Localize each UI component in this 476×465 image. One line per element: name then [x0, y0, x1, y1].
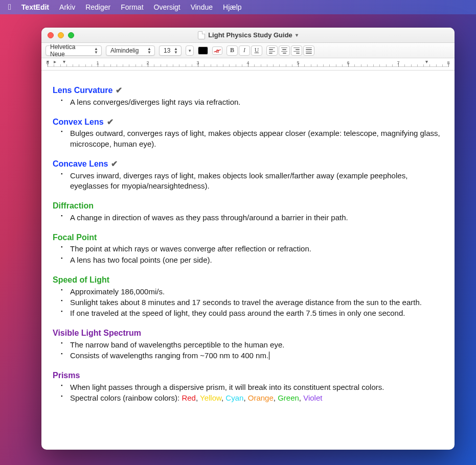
list-item[interactable]: If one traveled at the speed of light, t… — [70, 308, 443, 318]
bold-button[interactable]: B — [226, 45, 238, 56]
list-item[interactable]: The point at which rays or waves converg… — [70, 244, 443, 254]
list-item[interactable]: A lens has two focal points (one per sid… — [70, 255, 443, 265]
list-item[interactable]: Consists of wavelengths ranging from ~70… — [70, 351, 443, 361]
font-size-value: 13 — [164, 47, 170, 54]
chevron-down-icon[interactable]: ▾ — [296, 32, 298, 38]
list-item[interactable]: Spectral colors (rainbow colors): Red, Y… — [70, 393, 443, 403]
bullet-list: A change in direction of waves as they p… — [53, 213, 443, 223]
align-left-button[interactable] — [266, 45, 278, 56]
section-heading[interactable]: Speed of Light — [53, 274, 443, 286]
list-item[interactable]: A change in direction of waves as they p… — [70, 213, 443, 223]
align-right-button[interactable] — [291, 45, 302, 56]
checkmark-icon: ✔ — [107, 117, 114, 128]
font-family-value: Helvetica Neue — [50, 43, 91, 58]
document-body[interactable]: Lens Curvature✔A lens converges/diverges… — [41, 71, 455, 450]
list-item[interactable]: Sunlight takes about 8 minutes and 17 se… — [70, 297, 443, 308]
window-title-text: Light Physics Study Guide — [208, 31, 292, 39]
section: Convex Lens✔Bulges outward, converges ra… — [53, 117, 443, 149]
section-heading-text: Diffraction — [53, 200, 94, 212]
menu-format[interactable]: Format — [121, 3, 143, 11]
italic-button[interactable]: I — [239, 45, 250, 56]
section-heading[interactable]: Lens Curvature✔ — [53, 85, 443, 96]
updown-arrows-icon: ▲▼ — [94, 47, 98, 54]
section: Visible Light SpectrumThe narrow band of… — [53, 328, 443, 361]
tab-stop-marker[interactable]: ▾ — [63, 59, 65, 64]
spectral-color: Violet — [303, 393, 322, 402]
font-family-select[interactable]: Helvetica Neue ▲▼ — [46, 45, 102, 56]
section-heading-text: Concave Lens — [53, 158, 108, 170]
section-heading-text: Prisms — [53, 370, 80, 381]
menu-vindue[interactable]: Vindue — [191, 3, 213, 11]
menu-rediger[interactable]: Rediger — [85, 3, 110, 11]
ruler-label: 3 — [196, 60, 199, 65]
textedit-window: Light Physics Study Guide ▾ Helvetica Ne… — [41, 28, 455, 450]
bullet-list: Approximately 186,000mi/s.Sunlight takes… — [53, 287, 443, 319]
bullet-list: Curves inward, diverges rays of light, m… — [53, 171, 443, 192]
updown-arrows-icon: ▲▼ — [147, 47, 151, 54]
align-center-button[interactable] — [279, 45, 290, 56]
section-heading[interactable]: Diffraction — [53, 200, 443, 212]
app-name-menu[interactable]: TextEdit — [21, 3, 49, 11]
section-heading[interactable]: Visible Light Spectrum — [53, 328, 443, 339]
spectral-color: Orange — [248, 393, 274, 402]
section: Concave Lens✔Curves inward, diverges ray… — [53, 158, 443, 191]
ruler-label: 1 — [96, 60, 99, 65]
checkmark-icon: ✔ — [116, 85, 122, 96]
section-heading[interactable]: Focal Point — [53, 232, 443, 243]
ruler-label: 5 — [297, 60, 299, 65]
font-style-value: Almindelig — [110, 47, 139, 54]
list-item[interactable]: Approximately 186,000mi/s. — [70, 287, 443, 297]
section-heading[interactable]: Concave Lens✔ — [53, 158, 443, 170]
spectral-color: Yellow — [200, 393, 221, 402]
spectral-prefix: Spectral colors (rainbow colors): — [70, 393, 182, 402]
ruler-label: 7 — [397, 60, 399, 65]
window-titlebar[interactable]: Light Physics Study Guide ▾ — [41, 28, 455, 43]
text-color-swatch[interactable] — [198, 46, 208, 55]
list-item[interactable]: When light passes through a dispersive p… — [70, 382, 443, 392]
font-size-stepper[interactable]: ▾ — [186, 45, 194, 56]
ruler[interactable]: ▾ ▸ ▾ ▾ 012345678 — [41, 58, 455, 71]
section: DiffractionA change in direction of wave… — [53, 200, 443, 223]
ruler-label: 4 — [246, 60, 249, 65]
font-style-select[interactable]: Almindelig ▲▼ — [106, 45, 155, 56]
format-toolbar: Helvetica Neue ▲▼ Almindelig ▲▼ 13 ▲▼ ▾ … — [41, 43, 455, 58]
list-item[interactable]: The narrow band of wavelengths perceptib… — [70, 340, 443, 350]
section-heading-text: Lens Curvature — [53, 85, 112, 96]
ruler-label: 6 — [347, 60, 349, 65]
section-heading-text: Convex Lens — [53, 117, 104, 128]
list-item[interactable]: Curves inward, diverges rays of light, m… — [70, 171, 443, 192]
align-justify-button[interactable] — [303, 45, 314, 56]
bullet-list: The narrow band of wavelengths perceptib… — [53, 340, 443, 361]
menu-arkiv[interactable]: Arkiv — [59, 3, 75, 11]
updown-arrows-icon: ▲▼ — [174, 47, 178, 54]
ruler-label: 2 — [146, 60, 149, 65]
highlight-color-swatch[interactable] — [212, 46, 222, 55]
list-item[interactable]: Bulges outward, converges rays of light,… — [70, 128, 443, 149]
section: Speed of LightApproximately 186,000mi/s.… — [53, 274, 443, 318]
section-heading[interactable]: Prisms — [53, 370, 443, 381]
checkmark-icon: ✔ — [111, 158, 118, 170]
spectral-color: Red — [182, 393, 196, 402]
menu-oversigt[interactable]: Oversigt — [154, 3, 180, 11]
spectral-color: Cyan — [225, 393, 243, 402]
underline-button[interactable]: U — [251, 45, 262, 56]
right-indent-marker[interactable]: ▾ — [425, 59, 428, 64]
list-item[interactable]: A lens converges/diverges light rays via… — [70, 97, 443, 107]
first-line-indent-marker[interactable]: ▸ — [54, 59, 56, 64]
section: Lens Curvature✔A lens converges/diverges… — [53, 85, 443, 107]
ruler-label: 0 — [46, 60, 49, 65]
section: Focal PointThe point at which rays or wa… — [53, 232, 443, 265]
section: PrismsWhen light passes through a disper… — [53, 370, 443, 403]
font-size-select[interactable]: 13 ▲▼ — [159, 45, 182, 56]
text-style-group: B I U — [226, 45, 262, 56]
bullet-list: When light passes through a dispersive p… — [53, 382, 443, 404]
spectral-color: Green — [278, 393, 299, 402]
menu-hjaelp[interactable]: Hjælp — [223, 3, 242, 11]
alignment-group — [266, 45, 314, 56]
bullet-list: Bulges outward, converges rays of light,… — [53, 128, 443, 149]
section-heading[interactable]: Convex Lens✔ — [53, 117, 443, 128]
window-title[interactable]: Light Physics Study Guide ▾ — [41, 31, 455, 39]
section-heading-text: Visible Light Spectrum — [53, 328, 141, 339]
apple-menu-icon[interactable]:  — [8, 3, 11, 12]
bullet-list: The point at which rays or waves converg… — [53, 244, 443, 265]
